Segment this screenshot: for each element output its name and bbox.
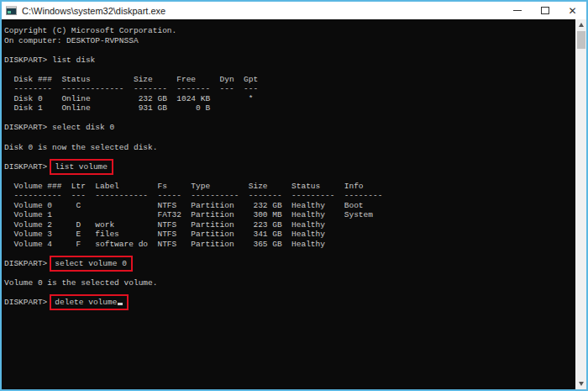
- window-controls: ✕: [503, 2, 586, 19]
- scroll-down-arrow-icon: [579, 382, 584, 386]
- diskpart-prompt: DISKPART>: [4, 162, 47, 172]
- terminal-line: Volume 1 FAT32 Partition 300 MB Healthy …: [4, 210, 575, 220]
- diskpart-window: C:\Windows\system32\diskpart.exe ✕ Copyr…: [0, 0, 588, 391]
- title-bar: C:\Windows\system32\diskpart.exe ✕: [2, 2, 586, 19]
- maximize-button[interactable]: [531, 2, 559, 19]
- highlighted-command: delete volume: [50, 294, 129, 310]
- terminal-line: On computer: DESKTOP-RVPNSSA: [4, 36, 575, 46]
- terminal-line: DISKPART> list disk: [4, 55, 575, 66]
- console-row: Copyright (C) Microsoft Corporation.On c…: [2, 19, 586, 389]
- vertical-scrollbar[interactable]: [575, 19, 586, 389]
- terminal-line: DISKPART>select volume 0: [4, 259, 575, 269]
- terminal-line: [4, 114, 575, 124]
- terminal-line: DISKPART>delete volume: [4, 298, 575, 308]
- maximize-icon: [541, 7, 549, 14]
- minimize-icon: [513, 10, 522, 11]
- terminal-output[interactable]: Copyright (C) Microsoft Corporation.On c…: [2, 19, 575, 389]
- terminal-line: Volume 0 C NTFS Partition 232 GB Healthy…: [4, 201, 575, 211]
- diskpart-prompt: DISKPART>: [4, 259, 47, 268]
- close-icon: ✕: [568, 6, 576, 16]
- terminal-line: Copyright (C) Microsoft Corporation.: [4, 26, 575, 36]
- terminal-line: [4, 65, 575, 75]
- minimize-button[interactable]: [503, 2, 531, 19]
- terminal-line: Disk ### Status Size Free Dyn Gpt: [4, 75, 575, 85]
- terminal-line: Volume 3 E files NTFS Partition 341 GB H…: [4, 230, 575, 240]
- terminal-line: Volume ### Ltr Label Fs Type Size Status…: [4, 182, 575, 192]
- highlighted-command: select volume 0: [50, 256, 133, 272]
- terminal-line: [4, 133, 575, 143]
- scroll-up-arrow-icon: [579, 23, 584, 27]
- terminal-line: Disk 0 Online 232 GB 1024 KB *: [4, 94, 575, 104]
- terminal-line: Disk 1 Online 931 GB 0 B: [4, 103, 575, 114]
- scroll-up-button[interactable]: [575, 19, 586, 30]
- terminal-line: -------- ------------- ------- ------- -…: [4, 84, 575, 94]
- terminal-line: [4, 45, 575, 55]
- terminal-line: Volume 2 D work NTFS Partition 223 GB He…: [4, 220, 575, 230]
- highlighted-command: list volume: [50, 159, 113, 175]
- terminal-line: DISKPART> select disk 0: [4, 123, 575, 133]
- window-title: C:\Windows\system32\diskpart.exe: [22, 6, 503, 16]
- text-cursor: [118, 303, 123, 305]
- diskpart-prompt: DISKPART>: [4, 298, 47, 307]
- terminal-line: Volume 0 is the selected volume.: [4, 278, 575, 288]
- scroll-down-button[interactable]: [575, 378, 586, 389]
- console-icon[interactable]: [6, 6, 17, 15]
- terminal-line: Disk 0 is now the selected disk.: [4, 143, 575, 153]
- terminal-line: ---------- --- ----------- ----- -------…: [4, 191, 575, 201]
- close-button[interactable]: ✕: [559, 2, 586, 19]
- terminal-line: Volume 4 F software do NTFS Partition 36…: [4, 240, 575, 250]
- scrollbar-thumb[interactable]: [577, 31, 585, 49]
- terminal-line: DISKPART>list volume: [4, 162, 575, 172]
